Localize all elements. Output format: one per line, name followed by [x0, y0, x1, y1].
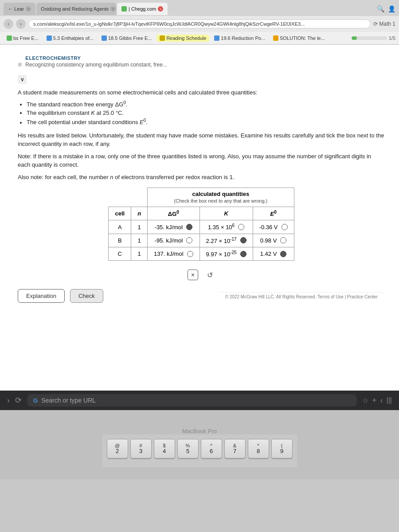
search-bar-area: › ⟳ G Search or type URL ☆ + ‹ |||: [0, 391, 399, 410]
quantities-table: calculated quantities (Check the box nex…: [108, 188, 294, 261]
bullet-item-2: The equilibrium constant K at 25.0 °C.: [27, 110, 385, 116]
key-star-8[interactable]: * 8: [248, 439, 269, 458]
cell-a-dg-radio[interactable]: [186, 224, 192, 230]
cell-c-e-radio[interactable]: [280, 251, 286, 257]
nav-forward-arrow[interactable]: ⟳: [15, 395, 22, 405]
nav-back-arrow[interactable]: ›: [7, 396, 10, 405]
also-note: Also note: for each cell, the number n o…: [18, 173, 385, 182]
bookmark-reduction[interactable]: 19.6 Reduction Po...: [211, 35, 268, 42]
bars-icon[interactable]: |||: [387, 396, 392, 404]
tab-learn[interactable]: ← Lear ×: [4, 3, 35, 15]
browser-chrome: ← Lear × Oxidizing and Reducing Agents ×…: [0, 0, 399, 45]
key-at-bottom: 2: [116, 448, 119, 454]
copyright-text: © 2022 McGraw Hill LLC. All Rights Reser…: [218, 292, 385, 301]
cell-c-k-radio[interactable]: [240, 251, 246, 257]
cell-b-e-value: 0.98 V: [260, 237, 277, 244]
undo-button[interactable]: ↺: [204, 270, 215, 280]
tab-oxidizing-close[interactable]: ×: [110, 6, 116, 12]
table-header-main: calculated quantities (Check the box nex…: [148, 188, 294, 207]
macbook-label: MacBook Pro: [182, 428, 217, 434]
bookmark-enthalpies[interactable]: 5.3 Enthalpies of...: [43, 35, 97, 42]
x-button[interactable]: ×: [188, 270, 198, 280]
cell-b-k[interactable]: 2.27 × 10-17: [200, 234, 253, 247]
cell-b-dg-radio[interactable]: [186, 237, 192, 243]
note: Note: If there is a mistake in a row, on…: [18, 152, 385, 169]
cell-b-n: 1: [131, 234, 148, 247]
key-dollar-4[interactable]: $ 4: [154, 439, 175, 458]
cell-c-label: C: [109, 247, 131, 261]
user-icon[interactable]: 👤: [388, 5, 395, 12]
content-area: ≡ ELECTROCHEMISTRY Recognizing consisten…: [0, 45, 399, 313]
cell-c-dg-value: 137. kJ/mol: [154, 250, 183, 257]
table-header-sub-text: (Check the box next to any that are wron…: [174, 198, 267, 203]
bookmark-enthalpies-label: 5.3 Enthalpies of...: [53, 35, 94, 41]
bookmark-solution[interactable]: SOLUTION: The le...: [270, 35, 328, 42]
progress-fill: [352, 36, 357, 40]
expand-button[interactable]: ∨: [18, 75, 27, 84]
url-bar[interactable]: s.com/alekscgi/x/lsl.exe/1o_u-lgNslkr7j8…: [28, 20, 371, 28]
table-row-b: B 1 -95. kJ/mol 2.27 × 10-17: [109, 234, 294, 247]
search-icons-right: ☆ + ‹ |||: [362, 396, 392, 405]
cell-c-e[interactable]: 1.42 V: [253, 247, 294, 261]
key-hash-3[interactable]: # 3: [130, 439, 152, 458]
tab-learn-close[interactable]: ×: [26, 6, 31, 12]
col-header-cell: cell: [109, 207, 131, 220]
search-placeholder: Search or type URL: [41, 397, 96, 404]
tab-oxidizing[interactable]: Oxidizing and Reducing Agents ×: [36, 3, 116, 15]
search-icon[interactable]: 🔍: [377, 5, 384, 12]
key-paren-9[interactable]: ( 9: [271, 439, 293, 458]
col-header-k: K: [200, 207, 253, 220]
key-percent-bottom: 5: [186, 448, 189, 454]
expand-icon: ∨: [20, 76, 24, 82]
key-percent-5[interactable]: % 5: [177, 439, 199, 458]
cell-a-k-radio[interactable]: [238, 224, 244, 230]
undo-icon: ↺: [207, 271, 213, 279]
cell-b-dg-value: -95. kJ/mol: [155, 237, 183, 244]
key-at-2[interactable]: @ 2: [107, 439, 128, 458]
bottom-actions: Explanation Check © 2022 McGraw Hill LLC…: [18, 289, 385, 303]
key-amp-7[interactable]: & 7: [224, 439, 246, 458]
cell-c-dg-radio[interactable]: [187, 251, 193, 257]
tab-chegg[interactable]: | Chegg.com ×: [117, 3, 168, 15]
chevron-icon[interactable]: ‹: [380, 396, 383, 405]
bookmark-solution-label: SOLUTION: The le...: [280, 35, 325, 41]
back-button[interactable]: ‹: [4, 19, 13, 29]
table-row-c: C 1 137. kJ/mol 9.97 × 10-25: [109, 247, 294, 261]
cell-a-k[interactable]: 1.35 × 106: [200, 220, 253, 234]
table-header-main-text: calculated quantities: [192, 191, 250, 197]
cell-a-e-value: -0.36 V: [259, 224, 278, 231]
cell-b-k-radio[interactable]: [240, 237, 246, 243]
bookmark-reading-schedule[interactable]: Reading Schedule: [156, 35, 209, 42]
cell-a-dg[interactable]: -35. kJ/mol: [148, 220, 200, 234]
progress-container: 1/5: [352, 35, 395, 41]
bookmark-bs-free[interactable]: bs Free E...: [4, 35, 42, 42]
cell-b-dg[interactable]: -95. kJ/mol: [148, 234, 200, 247]
tab-oxidizing-label: Oxidizing and Reducing Agents: [41, 6, 109, 12]
check-button[interactable]: Check: [70, 289, 103, 303]
google-search-bar[interactable]: G Search or type URL: [27, 394, 357, 407]
explanation-button[interactable]: Explanation: [18, 289, 65, 303]
col-header-e: E0: [253, 207, 294, 220]
instructions: His results are listed below. Unfortunat…: [18, 131, 385, 149]
bookmark-reduction-label: 19.6 Reduction Po...: [221, 35, 265, 41]
star-icon[interactable]: ☆: [362, 396, 368, 405]
forward-button[interactable]: ›: [16, 19, 26, 29]
bookmark-gibbs-icon: [102, 35, 107, 41]
cell-a-e[interactable]: -0.36 V: [253, 220, 294, 234]
cell-b-e[interactable]: 0.98 V: [253, 234, 294, 247]
bookmark-solution-icon: [273, 35, 278, 41]
bookmark-gibbs[interactable]: 18.5 Gibbs Free E...: [98, 35, 155, 42]
bullet-item-3: The cell potential under standard condit…: [27, 118, 385, 125]
bullet-list: The standard reaction free energy ΔG0. T…: [27, 100, 385, 126]
key-paren-bottom: 9: [280, 448, 283, 454]
key-caret-6[interactable]: ^ 6: [201, 439, 222, 458]
col-header-dg: ΔG0: [148, 207, 200, 220]
bookmark-bs-label: bs Free E...: [13, 35, 39, 41]
cell-c-k[interactable]: 9.97 × 10-25: [200, 247, 253, 261]
cell-a-e-radio[interactable]: [282, 224, 288, 230]
tab-chegg-close[interactable]: ×: [158, 6, 163, 12]
key-star-bottom: 8: [257, 448, 260, 454]
cell-b-e-radio[interactable]: [280, 237, 286, 243]
cell-c-dg[interactable]: 137. kJ/mol: [148, 247, 200, 261]
plus-icon[interactable]: +: [372, 396, 377, 405]
